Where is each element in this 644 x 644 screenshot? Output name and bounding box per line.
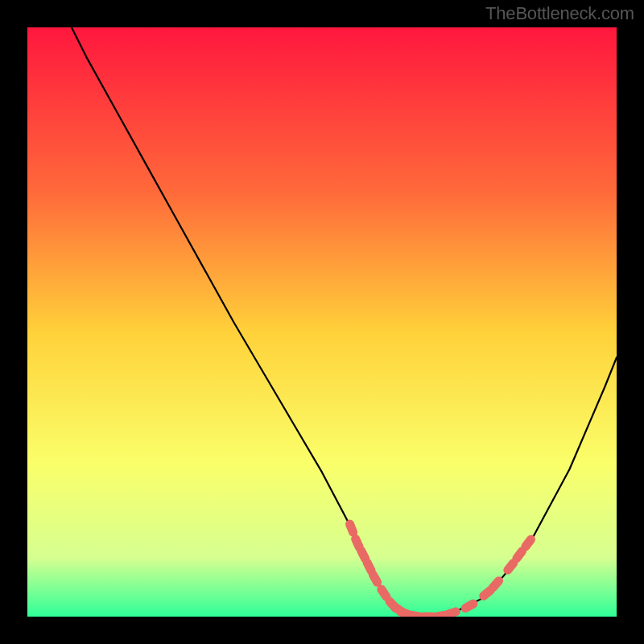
gradient-background [27, 27, 617, 617]
attribution-text: TheBottleneck.com [485, 3, 634, 24]
plot-frame [27, 27, 617, 617]
chart-svg [27, 27, 617, 617]
